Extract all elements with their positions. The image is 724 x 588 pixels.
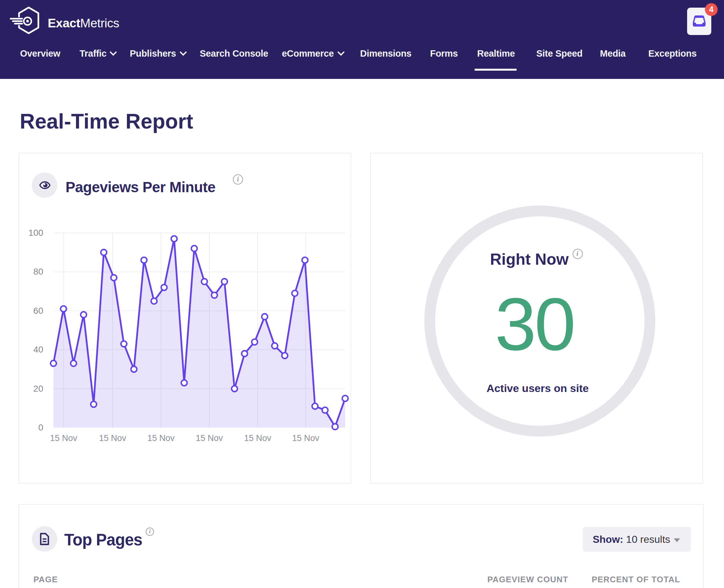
svg-text:20: 20: [34, 384, 43, 394]
svg-text:15 Nov: 15 Nov: [292, 433, 319, 443]
svg-text:15 Nov: 15 Nov: [196, 433, 223, 443]
svg-text:15 Nov: 15 Nov: [50, 433, 77, 443]
svg-text:40: 40: [34, 344, 43, 354]
svg-text:80: 80: [34, 267, 43, 276]
svg-text:15 Nov: 15 Nov: [99, 433, 126, 443]
svg-text:100: 100: [28, 228, 43, 238]
svg-text:15 Nov: 15 Nov: [147, 433, 175, 443]
svg-text:60: 60: [34, 306, 43, 316]
svg-text:15 Nov: 15 Nov: [244, 433, 271, 443]
svg-text:0: 0: [38, 423, 43, 433]
